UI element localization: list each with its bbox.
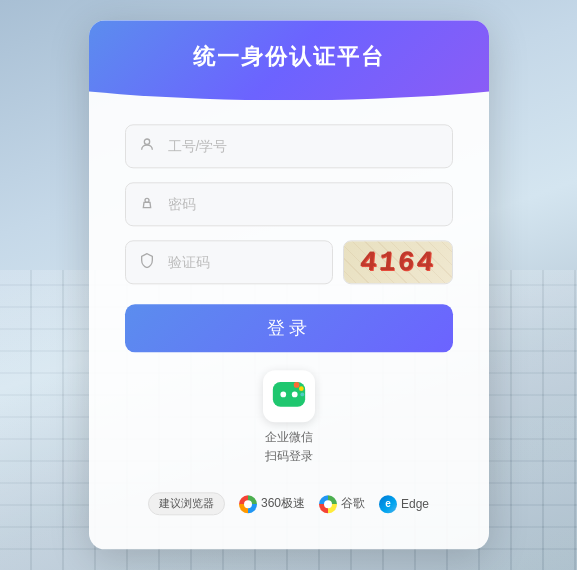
wechat-label: 企业微信 扫码登录 [265,428,313,466]
browser-360-label: 360极速 [261,496,305,513]
login-button[interactable]: 登录 [125,304,453,352]
browser-google-icon [319,495,337,513]
browser-edge-icon: e [379,495,397,513]
browser-google-label: 谷歌 [341,496,365,513]
captcha-input-wrapper [125,240,333,284]
svg-point-4 [291,392,297,398]
browser-edge-label: Edge [401,497,429,511]
svg-rect-2 [272,382,304,407]
login-card: 统一身份认证平台 [89,20,489,549]
svg-point-7 [300,393,304,397]
captcha-image[interactable]: 4164 [343,240,453,284]
captcha-group: 4164 [125,240,453,284]
employee-id-group [125,124,453,168]
password-group [125,182,453,226]
browser-bar: 建议浏览器 360极速 谷歌 e Edge [125,485,453,530]
employee-id-input[interactable] [125,124,453,168]
browser-google-item[interactable]: 谷歌 [319,495,365,513]
svg-point-3 [280,392,286,398]
wechat-section: 企业微信 扫码登录 [125,370,453,466]
card-body: 4164 登录 [89,100,489,549]
captcha-display: 4164 [344,241,452,283]
wechat-icon [270,377,308,415]
recommend-label: 建议浏览器 [148,493,225,516]
browser-edge-item[interactable]: e Edge [379,495,429,513]
svg-point-5 [293,382,299,388]
browser-360-icon [239,495,257,513]
browser-360-item[interactable]: 360极速 [239,495,305,513]
card-header: 统一身份认证平台 [89,20,489,100]
svg-point-6 [298,386,303,391]
password-input[interactable] [125,182,453,226]
page-title: 统一身份认证平台 [109,42,469,72]
wechat-qr-button[interactable] [263,370,315,422]
captcha-input[interactable] [125,240,333,284]
